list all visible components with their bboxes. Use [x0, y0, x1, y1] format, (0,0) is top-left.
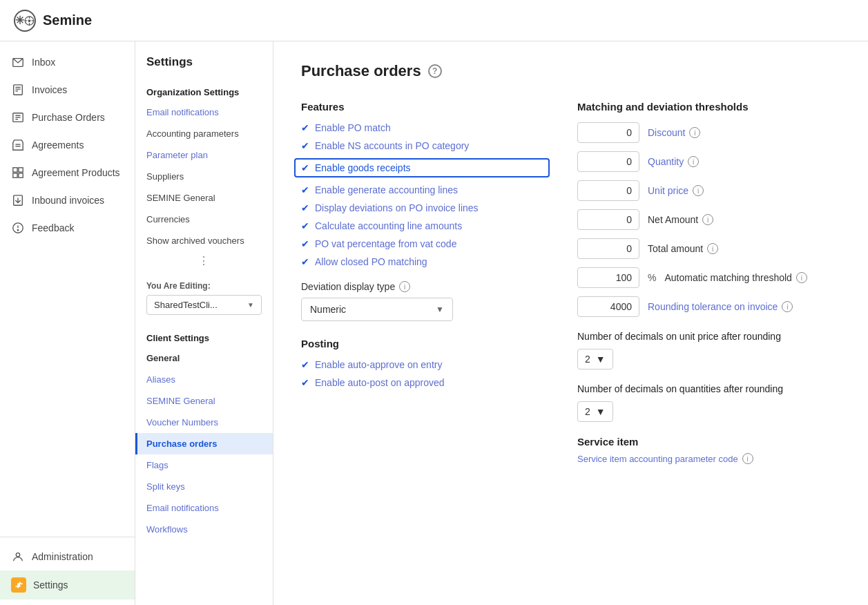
inbox-icon	[11, 55, 25, 69]
threshold-total-amount: 0 Total amount i	[577, 238, 840, 259]
svg-point-26	[16, 553, 19, 557]
menu-semine-general-client[interactable]: SEMINE General	[135, 390, 273, 412]
inbound-invoices-label: Inbound invoices	[32, 195, 104, 207]
nav-item-agreements[interactable]: Agreements	[0, 131, 135, 159]
menu-purchase-orders[interactable]: Purchase orders	[135, 433, 273, 454]
menu-general-heading: General	[135, 347, 273, 369]
deviation-value: Numeric	[310, 304, 346, 315]
threshold-rounding-text: Rounding tolerance on invoice	[648, 301, 778, 312]
thresholds-heading: Matching and deviation thresholds	[577, 101, 840, 113]
nav-item-settings[interactable]: Settings	[0, 570, 135, 599]
nav-item-agreement-products[interactable]: Agreement Products	[0, 159, 135, 186]
purchase-orders-icon	[11, 111, 25, 124]
administration-icon	[11, 550, 25, 564]
feature-generate-accounting-label[interactable]: Enable generate accounting lines	[315, 184, 458, 195]
menu-semine-general-org[interactable]: SEMINE General	[135, 187, 273, 209]
feedback-label: Feedback	[32, 222, 74, 234]
agreements-icon	[11, 138, 25, 152]
decimals-unit-price-select[interactable]: 2 ▼	[577, 349, 613, 369]
feature-allow-closed-po: ✔ Allow closed PO matching	[301, 256, 550, 267]
page-header: Purchase orders ?	[301, 62, 840, 80]
threshold-unit-price-label: Unit price i	[648, 185, 704, 196]
deviation-info-icon[interactable]: i	[399, 281, 410, 292]
check-display-deviations: ✔	[301, 202, 309, 213]
page-title: Purchase orders	[301, 62, 421, 80]
app-name: Semine	[43, 12, 92, 28]
menu-aliases[interactable]: Aliases	[135, 369, 273, 390]
service-item-heading: Service item	[577, 436, 840, 448]
menu-email-notifications-org[interactable]: Email notifications	[135, 102, 273, 123]
threshold-quantity-input[interactable]: 0	[577, 151, 639, 172]
svg-rect-20	[19, 173, 23, 177]
threshold-auto-matching-input[interactable]	[577, 267, 639, 288]
menu-parameter-plan[interactable]: Parameter plan	[135, 144, 273, 166]
inbound-invoices-icon	[11, 193, 25, 207]
threshold-total-amount-label: Total amount i	[648, 243, 718, 254]
nav-item-purchase-orders[interactable]: Purchase Orders	[0, 104, 135, 131]
client-settings-heading: Client Settings	[135, 326, 273, 347]
threshold-auto-matching-text: Automatic matching threshold	[664, 272, 791, 283]
unit-price-info-icon[interactable]: i	[693, 185, 704, 196]
svg-point-25	[17, 229, 18, 230]
feature-po-vat-label[interactable]: PO vat percentage from vat code	[315, 238, 456, 249]
feature-display-deviations-label[interactable]: Display deviations on PO invoice lines	[315, 202, 479, 213]
settings-label: Settings	[33, 579, 68, 591]
feature-calculate-accounting-label[interactable]: Calculate accounting line amounts	[315, 220, 462, 231]
features-column: Features ✔ Enable PO match ✔ Enable NS a…	[301, 101, 550, 464]
total-amount-info-icon[interactable]: i	[707, 243, 718, 254]
threshold-quantity-text: Quantity	[648, 156, 684, 167]
menu-accounting-parameters[interactable]: Accounting parameters	[135, 123, 273, 144]
feature-po-match-label[interactable]: Enable PO match	[315, 122, 391, 133]
service-item-info-icon[interactable]: i	[742, 453, 753, 464]
page-help-icon[interactable]: ?	[428, 64, 442, 78]
check-goods-receipts: ✔	[301, 162, 309, 173]
threshold-net-amount-input[interactable]: 0	[577, 209, 639, 230]
net-amount-info-icon[interactable]: i	[702, 214, 713, 225]
feature-ns-accounts-label[interactable]: Enable NS accounts in PO category	[315, 140, 469, 151]
rounding-info-icon[interactable]: i	[782, 301, 793, 312]
menu-currencies[interactable]: Currencies	[135, 209, 273, 230]
threshold-net-amount: 0 Net Amount i	[577, 209, 840, 230]
menu-show-archived-vouchers[interactable]: Show archived vouchers	[135, 230, 273, 251]
feature-goods-receipts-label[interactable]: Enable goods receipts	[315, 162, 411, 173]
threshold-auto-matching-unit: %	[648, 272, 656, 283]
threshold-rounding-input[interactable]	[577, 296, 639, 317]
menu-workflows[interactable]: Workflows	[135, 519, 273, 540]
threshold-discount-input[interactable]: 0	[577, 122, 639, 143]
menu-flags[interactable]: Flags	[135, 454, 273, 476]
nav-item-inbox[interactable]: Inbox	[0, 48, 135, 76]
menu-email-notifications-client[interactable]: Email notifications	[135, 497, 273, 519]
feature-closed-po-label[interactable]: Allow closed PO matching	[315, 256, 427, 267]
decimals-quantities-select[interactable]: 2 ▼	[577, 401, 613, 422]
quantity-info-icon[interactable]: i	[688, 156, 699, 167]
posting-auto-approve-label[interactable]: Enable auto-approve on entry	[315, 359, 442, 370]
threshold-quantity-label: Quantity i	[648, 156, 699, 167]
auto-matching-info-icon[interactable]: i	[796, 272, 807, 283]
menu-suppliers[interactable]: Suppliers	[135, 166, 273, 187]
posting-auto-post-label[interactable]: Enable auto-post on approved	[315, 377, 445, 388]
deviation-label: Deviation display type i	[301, 281, 550, 292]
feature-enable-goods-receipts[interactable]: ✔ Enable goods receipts	[294, 158, 550, 177]
discount-info-icon[interactable]: i	[689, 127, 700, 138]
more-options-dots[interactable]: ⋮	[135, 251, 273, 270]
menu-split-keys[interactable]: Split keys	[135, 476, 273, 497]
invoices-label: Invoices	[32, 84, 67, 96]
feedback-icon	[11, 221, 25, 235]
settings-panel: Settings Organization Settings Email not…	[135, 41, 273, 605]
invoices-icon	[11, 83, 25, 97]
deviation-select[interactable]: Numeric ▼	[301, 298, 453, 321]
decimals-unit-price-label: Number of decimals on unit price after r…	[577, 331, 840, 342]
nav-item-inbound-invoices[interactable]: Inbound invoices	[0, 186, 135, 214]
nav-item-feedback[interactable]: Feedback	[0, 214, 135, 242]
menu-voucher-numbers[interactable]: Voucher Numbers	[135, 412, 273, 433]
threshold-unit-price-input[interactable]: 0	[577, 180, 639, 201]
logo-icon	[14, 10, 36, 32]
settings-icon	[11, 577, 26, 593]
svg-rect-7	[14, 85, 23, 95]
agreement-products-icon	[11, 166, 25, 180]
nav-item-administration[interactable]: Administration	[0, 543, 135, 570]
threshold-total-amount-input[interactable]: 0	[577, 238, 639, 259]
nav-item-invoices[interactable]: Invoices	[0, 76, 135, 104]
client-dropdown-arrow: ▼	[247, 301, 254, 309]
client-selector[interactable]: SharedTestCli... ▼	[146, 295, 262, 315]
